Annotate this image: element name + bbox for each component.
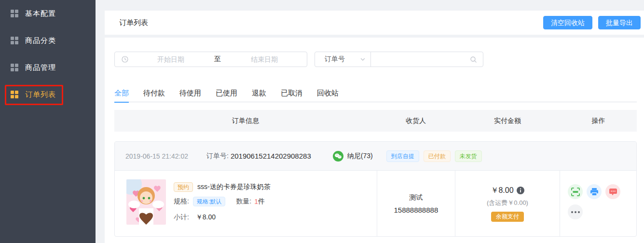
subtotal-value: ￥8.00: [196, 213, 216, 221]
sidebar-item-basic-config[interactable]: 基本配置: [0, 0, 96, 27]
column-order-info: 订单信息: [114, 117, 377, 125]
table-header: 订单信息 收货人 实付金额 操作: [114, 110, 637, 132]
presale-tag: 预约: [174, 182, 193, 192]
product-meta: 预约 sss-送的卡券是珍珠奶茶 规格: 规格:默认 数量: 1 件 小计: ￥…: [174, 179, 271, 236]
printer-icon: [590, 188, 599, 196]
order-no-value: 20190615214202908283: [231, 152, 311, 160]
verify-scan-button[interactable]: [568, 184, 583, 199]
message-button[interactable]: [605, 184, 620, 199]
grid-icon: [11, 91, 18, 98]
search-type-select[interactable]: 订单号: [315, 52, 371, 67]
more-actions-button[interactable]: [568, 204, 583, 219]
receiver-name: 测试: [409, 193, 423, 202]
sidebar: 基本配置 商品分类 商品管理 订单列表: [0, 0, 96, 243]
subtotal-label: 小计:: [174, 213, 189, 221]
scan-icon: [571, 188, 580, 196]
chevron-down-icon: [360, 56, 366, 62]
grid-icon: [11, 37, 18, 44]
tab-recycle-bin[interactable]: 回收站: [317, 88, 339, 102]
qty-value: 1: [254, 198, 258, 205]
start-date-input[interactable]: [132, 55, 209, 63]
buyer-wrap: 纳尼(73): [333, 151, 373, 162]
date-separator: 至: [209, 55, 226, 64]
column-paid-amount: 实付金额: [455, 117, 560, 125]
freight-note: (含运费￥0.00): [487, 199, 528, 207]
message-icon: [609, 188, 617, 196]
order-status-tags: 到店自提 已付款 未发货: [386, 150, 486, 162]
order-list-panel: 至 订单号 全部 待付款 待使用 已使用 退款 已取消 回收站: [105, 38, 644, 243]
receiver-phone: 15888888888: [394, 206, 438, 214]
status-tag-unshipped: 未发货: [455, 150, 482, 162]
paid-amount: ￥8.00: [491, 186, 513, 196]
sidebar-item-label: 商品管理: [25, 63, 56, 72]
tab-all[interactable]: 全部: [114, 88, 129, 102]
grid-icon: [11, 64, 18, 71]
tab-pending-use[interactable]: 待使用: [179, 88, 201, 102]
search-type-value: 订单号: [325, 55, 360, 64]
product-image[interactable]: [126, 179, 166, 225]
tab-refund[interactable]: 退款: [252, 88, 266, 102]
order-row: 2019-06-15 21:42:02 订单号: 201906152142029…: [114, 141, 637, 237]
spec-label: 规格:: [174, 197, 189, 206]
order-info-cell: 预约 sss-送的卡券是珍珠奶茶 规格: 规格:默认 数量: 1 件 小计: ￥…: [115, 171, 377, 236]
spec-tag: 规格:默认: [193, 197, 225, 206]
actions-cell: [560, 171, 636, 236]
buyer-nickname: 纳尼(73): [347, 152, 373, 161]
sidebar-item-label: 基本配置: [25, 9, 56, 18]
tab-cancelled[interactable]: 已取消: [281, 88, 302, 102]
status-tag-paid: 已付款: [424, 150, 451, 162]
page-header: 订单列表 清空回收站 批量导出: [105, 11, 644, 35]
clock-icon: [122, 56, 128, 63]
sidebar-item-label: 商品分类: [25, 36, 56, 45]
search-input[interactable]: [371, 52, 470, 67]
sidebar-item-product-category[interactable]: 商品分类: [0, 27, 96, 54]
info-icon[interactable]: [517, 187, 524, 194]
payment-cell: ￥8.00 (含运费￥0.00) 余额支付: [455, 171, 560, 236]
tab-pending-payment[interactable]: 待付款: [143, 88, 165, 102]
status-tag-pickup: 到店自提: [386, 150, 419, 162]
order-status-tabs: 全部 待付款 待使用 已使用 退款 已取消 回收站: [114, 88, 637, 102]
date-range-picker[interactable]: 至: [114, 52, 307, 67]
order-row-body: 预约 sss-送的卡券是珍珠奶茶 规格: 规格:默认 数量: 1 件 小计: ￥…: [115, 171, 636, 236]
sidebar-item-product-management[interactable]: 商品管理: [0, 54, 96, 81]
search-icon: [470, 56, 477, 63]
receiver-cell: 测试 15888888888: [377, 171, 455, 236]
order-no-label: 订单号:: [206, 152, 229, 161]
wechat-icon: [333, 151, 343, 162]
grid-icon: [11, 10, 18, 17]
ellipsis-icon: [570, 211, 581, 213]
order-time: 2019-06-15 21:42:02: [125, 152, 188, 160]
column-actions: 操作: [560, 117, 637, 125]
search-input-wrap: [371, 52, 483, 67]
batch-export-button[interactable]: 批量导出: [598, 16, 641, 29]
print-button[interactable]: [587, 184, 602, 199]
clear-recycle-button[interactable]: 清空回收站: [543, 16, 592, 29]
tab-used[interactable]: 已使用: [216, 88, 237, 102]
qty-label: 数量:: [236, 197, 251, 206]
payment-method-tag: 余额支付: [491, 212, 524, 222]
page-title: 订单列表: [119, 11, 148, 35]
search-group: 订单号: [315, 52, 483, 67]
end-date-input[interactable]: [226, 55, 303, 63]
filter-bar: 至 订单号: [114, 52, 637, 67]
column-receiver: 收货人: [377, 117, 455, 125]
sidebar-item-label: 订单列表: [25, 90, 56, 99]
order-row-header: 2019-06-15 21:42:02 订单号: 201906152142029…: [115, 142, 636, 171]
product-title: sss-送的卡券是珍珠奶茶: [197, 183, 271, 191]
qty-unit: 件: [258, 197, 265, 206]
sidebar-item-order-list[interactable]: 订单列表: [0, 81, 96, 108]
